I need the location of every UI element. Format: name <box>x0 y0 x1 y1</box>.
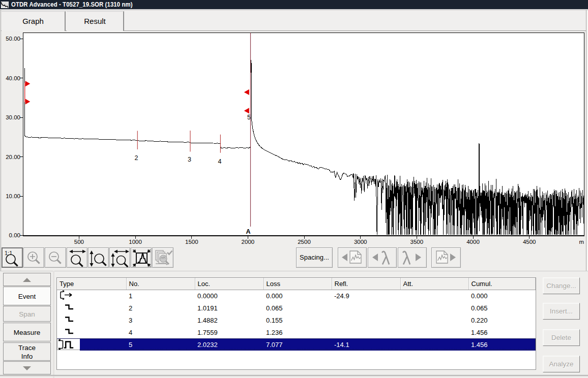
svg-text:4500: 4500 <box>523 239 536 245</box>
svg-text:3: 3 <box>188 156 191 163</box>
svg-text:m: m <box>579 239 584 245</box>
svg-text:2000: 2000 <box>242 239 255 245</box>
svg-text:3000: 3000 <box>354 239 367 245</box>
svg-text:A: A <box>246 228 250 235</box>
svg-text:500: 500 <box>74 239 84 245</box>
svg-text:4: 4 <box>218 158 222 165</box>
svg-text:5: 5 <box>247 114 251 121</box>
svg-text:1000: 1000 <box>129 239 142 245</box>
svg-text:3500: 3500 <box>410 239 424 245</box>
svg-text:30.00: 30.00 <box>6 114 20 120</box>
svg-text:2500: 2500 <box>298 239 311 245</box>
svg-text:2: 2 <box>135 154 138 162</box>
svg-text:50.00: 50.00 <box>6 36 20 42</box>
svg-text:10.00: 10.00 <box>6 193 20 199</box>
svg-text:1500: 1500 <box>185 239 198 245</box>
svg-text:20.00: 20.00 <box>6 154 20 160</box>
svg-text:4000: 4000 <box>466 239 480 245</box>
svg-text:0.00: 0.00 <box>9 232 20 238</box>
svg-text:40.00: 40.00 <box>6 75 20 81</box>
